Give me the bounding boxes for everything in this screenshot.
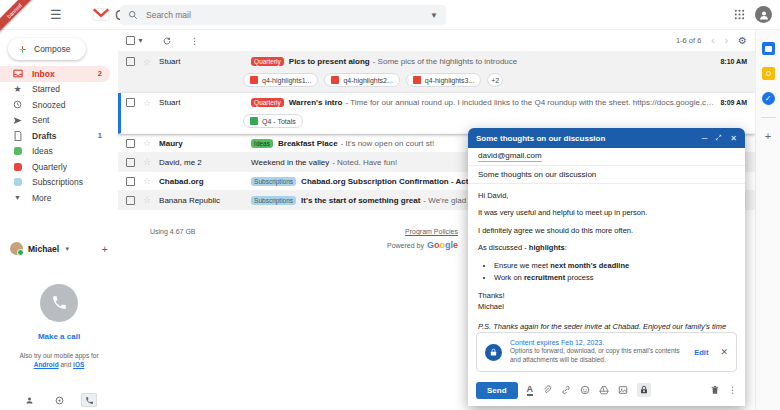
label-badge[interactable]: Ideas <box>251 139 273 148</box>
label-badge[interactable]: Subscriptions <box>251 177 296 186</box>
program-policies-link[interactable]: Program Policies <box>405 228 458 235</box>
compose-header[interactable]: Some thoughts on our discussion ─ ✕ <box>468 128 745 148</box>
row-checkbox[interactable] <box>126 98 135 107</box>
body-paragraph: Hi David, <box>478 191 735 202</box>
edit-expiry-link[interactable]: Edit <box>694 348 708 357</box>
row-checkbox[interactable] <box>126 139 135 148</box>
ios-link[interactable]: iOS <box>73 361 84 368</box>
sidebar-item-snoozed[interactable]: Snoozed <box>0 97 110 113</box>
recipient-chip[interactable]: david@gmail.com <box>478 151 542 162</box>
recipients-field[interactable]: david@gmail.com <box>468 148 745 166</box>
star-toggle-icon[interactable]: ☆ <box>143 195 151 205</box>
select-all-checkbox[interactable] <box>126 36 135 45</box>
sidebar-item-label: Inbox <box>32 69 55 79</box>
send-button[interactable]: Send <box>476 382 518 399</box>
insert-link-icon[interactable] <box>561 385 571 395</box>
sidebar-item-subscriptions[interactable]: Subscriptions <box>0 175 110 191</box>
confidential-mode-notice: Content expires Feb 12, 2023. Options to… <box>476 332 737 372</box>
formatting-options-icon[interactable]: A <box>527 385 534 396</box>
label-badge[interactable]: Quarterly <box>251 57 284 66</box>
sidebar-item-sent[interactable]: Sent <box>0 113 110 129</box>
body-text: As discussed - <box>478 243 529 252</box>
powered-by-text: Powered by <box>387 242 424 249</box>
storage-usage: Using 4.67 GB <box>150 228 196 258</box>
close-icon[interactable]: ✕ <box>730 134 737 143</box>
email-row[interactable]: ☆ Stuart Quarterly Pics to present along… <box>118 52 755 93</box>
star-toggle-icon[interactable]: ☆ <box>143 57 151 67</box>
body-text: process <box>565 273 593 282</box>
more-send-options-icon[interactable]: ⋮ <box>728 385 737 395</box>
sidebar-item-more[interactable]: ▼ More <box>0 190 110 206</box>
sidebar-item-inbox[interactable]: Inbox 2 <box>0 66 110 82</box>
android-link[interactable]: Android <box>34 361 59 368</box>
attachment-chip[interactable]: q4-highlights2... <box>324 73 399 87</box>
attachment-chip[interactable]: q4-highlights1... <box>243 73 318 87</box>
hangouts-contacts-tab[interactable] <box>21 393 37 407</box>
more-attachments-chip[interactable]: +2 <box>487 73 503 87</box>
insert-emoji-icon[interactable] <box>580 385 590 395</box>
hangouts-conversations-tab[interactable] <box>51 393 67 407</box>
search-options-caret-icon[interactable]: ▼ <box>430 11 438 20</box>
attach-file-icon[interactable] <box>542 385 552 395</box>
star-toggle-icon[interactable]: ☆ <box>143 157 151 167</box>
star-toggle-icon[interactable]: ☆ <box>143 98 151 108</box>
newer-page-icon[interactable]: ‹ <box>711 35 714 46</box>
sidebar-item-label: Quarterly <box>32 162 67 172</box>
attachment-name: q4-highlights2... <box>343 77 392 84</box>
hangouts-user-avatar[interactable] <box>10 242 23 255</box>
hangouts-status-caret-icon[interactable]: ▼ <box>64 246 70 252</box>
attachment-chip[interactable]: Q4 - Totals <box>243 114 303 128</box>
chevron-down-icon: ▼ <box>12 194 23 201</box>
search-input[interactable] <box>146 10 422 20</box>
body-thanks: Thanks! <box>478 291 735 302</box>
discard-draft-icon[interactable] <box>710 385 720 395</box>
sidebar-item-quarterly[interactable]: Quarterly <box>0 159 110 175</box>
expiry-title: Content expires Feb 12, 2023. <box>510 339 686 346</box>
email-subject: It's the start of something great <box>301 196 420 205</box>
email-sender: Stuart <box>159 57 251 66</box>
row-checkbox[interactable] <box>126 177 135 186</box>
keep-icon[interactable] <box>762 67 775 80</box>
minimize-icon[interactable]: ─ <box>702 134 708 143</box>
dismiss-confidential-icon[interactable]: ✕ <box>720 347 728 357</box>
older-page-icon[interactable]: › <box>725 35 728 46</box>
make-a-call-link[interactable]: Make a call <box>38 332 80 341</box>
star-toggle-icon[interactable]: ☆ <box>143 176 151 186</box>
subject-field[interactable]: Some thoughts on our discussion <box>468 166 745 184</box>
apps-grid-icon[interactable] <box>734 9 745 20</box>
attachment-name: Q4 - Totals <box>262 118 296 125</box>
body-paragraph: I definitely agree we should do this mor… <box>478 226 735 237</box>
sidebar-item-starred[interactable]: ★ Starred <box>0 82 110 98</box>
promo-text: Also try our mobile apps for <box>19 352 98 359</box>
select-caret-icon[interactable]: ▼ <box>137 37 144 44</box>
hangouts-phone-tab[interactable] <box>81 393 97 407</box>
confidential-mode-toggle-icon[interactable] <box>637 383 651 397</box>
row-checkbox[interactable] <box>126 158 135 167</box>
row-checkbox[interactable] <box>126 196 135 205</box>
row-checkbox[interactable] <box>126 57 135 66</box>
label-red-icon <box>12 163 23 171</box>
attachment-chip[interactable]: q4-highlights3... <box>406 73 481 87</box>
calendar-icon[interactable] <box>762 42 775 55</box>
compose-button[interactable]: Compose <box>8 38 86 60</box>
insert-photo-icon[interactable] <box>618 385 628 395</box>
compose-body[interactable]: Hi David, It was very useful and helpful… <box>468 184 745 332</box>
sidebar-item-drafts[interactable]: Drafts 1 <box>0 128 110 144</box>
tasks-icon[interactable]: ✓ <box>762 92 775 105</box>
account-avatar[interactable] <box>755 6 772 23</box>
hangouts-user-name: Michael <box>28 244 59 254</box>
body-bullet: Work on recruitment process <box>494 273 735 284</box>
label-badge[interactable]: Quarterly <box>251 98 284 107</box>
sidebar-item-ideas[interactable]: Ideas <box>0 144 110 160</box>
get-addons-icon[interactable]: + <box>765 130 771 142</box>
hamburger-menu-icon[interactable]: ☰ <box>50 7 62 22</box>
drive-icon[interactable] <box>599 385 609 395</box>
more-options-icon[interactable]: ⋮ <box>190 36 199 46</box>
label-badge[interactable]: Subscriptions <box>251 196 296 205</box>
popout-icon[interactable] <box>715 134 722 143</box>
refresh-icon[interactable] <box>162 36 172 46</box>
star-toggle-icon[interactable]: ☆ <box>143 138 151 148</box>
hangouts-new-conversation-icon[interactable]: + <box>102 243 108 255</box>
settings-gear-icon[interactable]: ⚙ <box>738 35 747 46</box>
search-bar[interactable]: ▼ <box>120 5 446 25</box>
